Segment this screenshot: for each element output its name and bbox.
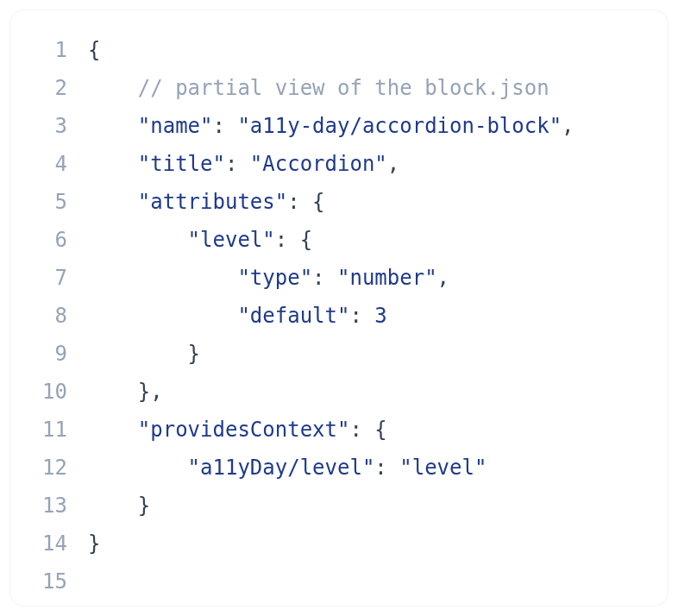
code-line: 10 }, [10,373,668,411]
code-token-property: "type" [237,266,312,290]
code-token-string: "level" [399,456,487,480]
code-token-punctuation [88,152,138,176]
code-line: 4 "title": "Accordion", [10,145,668,183]
code-token-number: 3 [374,304,386,328]
code-token-colon: : [374,456,399,480]
code-line: 2 // partial view of the block.json [10,69,668,107]
line-number: 6 [10,221,88,259]
code-line: 3 "name": "a11y-day/accordion-block", [10,107,668,145]
code-token-punctuation [88,76,138,100]
code-token-comment: // partial view of the block.json [138,76,549,100]
code-line: 1{ [10,31,668,69]
code-token-property: "default" [237,304,349,328]
line-content: "attributes": { [88,183,325,221]
code-token-punctuation: }, [88,380,163,404]
code-token-punctuation: { [374,418,386,442]
code-token-punctuation: , [387,152,399,176]
line-content: "level": { [88,221,312,259]
code-token-colon: : [213,114,238,138]
line-content: } [88,335,200,373]
line-content: } [88,525,100,563]
code-line: 15 [10,563,668,600]
line-number: 13 [10,487,88,525]
code-line: 5 "attributes": { [10,183,668,221]
code-line: 11 "providesContext": { [10,411,668,449]
line-number: 1 [10,31,88,69]
code-line: 14} [10,525,668,563]
line-number: 7 [10,259,88,297]
code-line: 6 "level": { [10,221,668,259]
line-content: "title": "Accordion", [88,145,399,183]
line-number: 8 [10,297,88,335]
code-line: 12 "a11yDay/level": "level" [10,449,668,487]
code-token-punctuation: } [88,493,150,518]
code-token-colon: : [275,228,300,252]
code-token-property: "name" [138,114,213,138]
code-token-string: "a11y-day/accordion-block" [237,114,562,138]
code-token-punctuation: , [437,266,449,290]
code-token-colon: : [312,266,337,290]
line-number: 3 [10,107,88,145]
code-line: 9 } [10,335,668,373]
code-token-punctuation [88,266,237,290]
code-token-punctuation: { [88,38,100,62]
line-number: 15 [10,563,88,600]
code-token-punctuation [88,190,138,214]
line-number: 12 [10,449,88,487]
line-number: 5 [10,183,88,221]
line-content: }, [88,373,163,411]
line-content: } [88,487,150,525]
code-token-colon: : [225,152,250,176]
code-line: 7 "type": "number", [10,259,668,297]
code-token-property: "title" [138,152,225,176]
code-token-punctuation [88,456,188,480]
code-token-property: "level" [188,228,275,252]
code-token-punctuation [88,418,138,442]
code-token-string: "Accordion" [250,152,387,176]
code-token-punctuation: } [88,531,100,556]
code-line: 13 } [10,487,668,525]
code-token-punctuation: , [562,114,574,138]
line-content: // partial view of the block.json [88,69,549,107]
code-token-string: "number" [337,266,437,290]
line-number: 4 [10,145,88,183]
code-block: 1{2 // partial view of the block.json3 "… [10,10,668,606]
code-token-colon: : [349,304,374,328]
line-content: "name": "a11y-day/accordion-block", [88,107,574,145]
line-number: 11 [10,411,88,449]
line-number: 2 [10,69,88,107]
line-content: { [88,31,100,69]
code-token-punctuation: } [88,342,200,366]
code-token-property: "a11yDay/level" [188,456,375,480]
line-content: "providesContext": { [88,411,387,449]
code-token-punctuation [88,114,138,138]
code-token-punctuation: { [312,190,324,214]
code-token-punctuation [88,228,188,252]
code-line: 8 "default": 3 [10,297,668,335]
code-token-punctuation [88,304,237,328]
code-token-colon: : [349,418,374,442]
line-content: "default": 3 [88,297,387,335]
code-token-punctuation: { [300,228,312,252]
code-token-property: "providesContext" [138,418,350,442]
code-lines-wrapper: 1{2 // partial view of the block.json3 "… [10,31,668,600]
line-content: "a11yDay/level": "level" [88,449,487,487]
line-number: 9 [10,335,88,373]
code-token-colon: : [287,190,312,214]
line-content: "type": "number", [88,259,449,297]
line-number: 10 [10,373,88,411]
code-token-property: "attributes" [138,190,287,214]
line-number: 14 [10,525,88,563]
